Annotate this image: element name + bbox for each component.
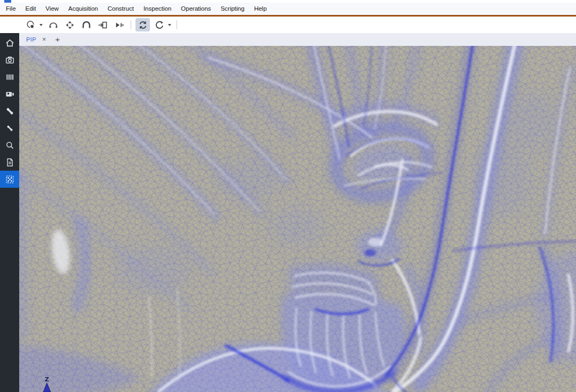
import-mesh-button[interactable] <box>95 18 110 31</box>
sidebar-item-video-capture[interactable] <box>0 85 19 102</box>
tab-pip[interactable]: PIP × <box>24 33 49 46</box>
sidebar-item-camera[interactable] <box>0 51 19 68</box>
arch-bridge-icon <box>81 20 92 30</box>
mesh-render: Z <box>19 46 576 392</box>
import-mesh-icon <box>98 20 108 30</box>
menu-operations[interactable]: Operations <box>176 3 215 15</box>
home-icon <box>5 38 15 48</box>
title-bar <box>0 0 576 3</box>
scan-sphere-dropdown-caret[interactable] <box>39 24 43 26</box>
menu-file[interactable]: File <box>1 3 21 15</box>
sidebar-item-mesh-grid[interactable] <box>0 171 19 188</box>
sidebar-item-home[interactable] <box>0 34 19 51</box>
menu-inspection[interactable]: Inspection <box>139 3 176 15</box>
tab-close-icon[interactable]: × <box>42 33 46 46</box>
menu-acquisition[interactable]: Acquisition <box>63 3 103 15</box>
mesh-3d-viewport[interactable]: Z <box>19 46 576 392</box>
menu-view[interactable]: View <box>41 3 63 15</box>
toolbar <box>0 17 576 33</box>
camera-icon <box>5 55 15 65</box>
scan-lines-icon <box>5 72 15 82</box>
rotate-redo-icon <box>154 20 165 30</box>
menu-construct[interactable]: Construct <box>103 3 139 15</box>
toolbar-separator <box>177 20 177 29</box>
menu-edit[interactable]: Edit <box>21 3 41 15</box>
arch-button[interactable] <box>79 18 93 31</box>
rotate-redo-button[interactable] <box>152 18 166 31</box>
sidebar-item-search[interactable] <box>0 137 19 154</box>
mesh-grid-icon <box>5 174 15 185</box>
new-tab-icon[interactable]: + <box>55 33 60 46</box>
sidebar-item-probe-small[interactable] <box>0 119 19 137</box>
run-playback-button[interactable] <box>112 18 126 31</box>
menu-bar: File Edit View Acquisition Construct Ins… <box>0 3 576 15</box>
fit-view-button[interactable] <box>62 18 77 31</box>
run-playback-icon <box>114 20 125 30</box>
application-window: File Edit View Acquisition Construct Ins… <box>0 0 576 392</box>
scan-sphere-button[interactable] <box>23 18 38 31</box>
axis-z-label: Z <box>45 376 49 383</box>
sidebar-item-scan-lines[interactable] <box>0 68 19 85</box>
arc-probe-icon <box>48 20 59 30</box>
app-logo-icon <box>4 0 11 3</box>
menu-scripting[interactable]: Scripting <box>216 3 250 15</box>
search-icon <box>5 140 15 150</box>
probe-tool-large-icon <box>5 106 15 116</box>
probe-tool-small-icon <box>5 123 15 133</box>
tab-bar: PIP × + <box>19 33 576 46</box>
arc-probe-button[interactable] <box>46 18 60 31</box>
video-capture-icon <box>5 89 15 99</box>
toolbar-separator <box>131 20 131 29</box>
fit-view-icon <box>65 20 75 30</box>
refresh-icon <box>138 20 148 30</box>
sidebar-item-report[interactable] <box>0 154 19 171</box>
scan-sphere-icon <box>26 20 36 30</box>
menu-help[interactable]: Help <box>249 3 271 15</box>
left-sidebar <box>0 33 19 392</box>
refresh-button[interactable] <box>135 18 150 31</box>
sidebar-item-probe-large[interactable] <box>0 102 19 119</box>
tab-pip-label: PIP <box>26 36 36 43</box>
rotate-redo-dropdown-caret[interactable] <box>168 24 171 26</box>
report-document-icon <box>5 157 15 167</box>
